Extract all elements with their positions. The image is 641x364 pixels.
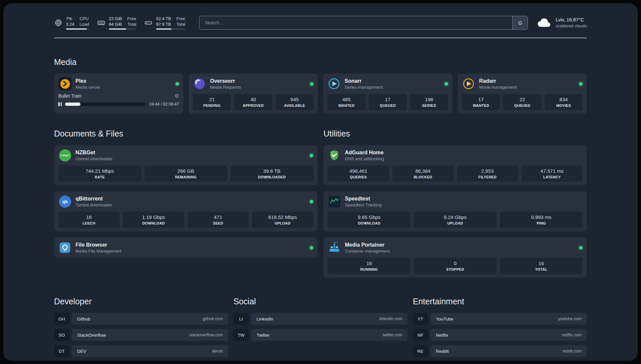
bookmark-netflix[interactable]: NF Netflix netflix.com bbox=[413, 329, 587, 341]
service-name: Overseerr bbox=[210, 78, 241, 84]
bookmark-abbr: NF bbox=[413, 329, 428, 341]
stat-box: 47.571 ms LATENCY bbox=[521, 166, 583, 182]
stat-value: 16 bbox=[501, 260, 582, 266]
nzbget-card: nzbget NZBGet Usenet downloader 744.21 M… bbox=[54, 145, 318, 185]
stat-label: RATE bbox=[59, 175, 140, 180]
bookmark-youtube[interactable]: YT YouTube youtube.com bbox=[413, 313, 587, 325]
ram-icon bbox=[97, 18, 106, 27]
stat-label: DOWNLOADED bbox=[231, 175, 312, 180]
overseerr-icon bbox=[193, 77, 206, 90]
stat-label: PING bbox=[501, 221, 582, 226]
stat-label: WANTED bbox=[328, 103, 364, 108]
cpu-percent: 7% bbox=[66, 16, 74, 21]
stat-label: RUNNING bbox=[329, 267, 410, 272]
section-utilities: Utilities AdGuard Home bbox=[323, 129, 587, 278]
playback-progress-bar[interactable] bbox=[65, 103, 146, 106]
stat-label: STOPPED bbox=[415, 267, 496, 272]
stat-label: APPROVED bbox=[235, 103, 271, 108]
cpu-widget: 7% 3.24 CPU Load bbox=[54, 16, 89, 30]
stat-box: 1.19 Gbps DOWNLOAD bbox=[123, 212, 184, 228]
stat-box: 945 AVAILABLE bbox=[276, 94, 314, 110]
section-media: Media Plex Media server bbox=[54, 57, 587, 114]
stat-box: 744.21 Mbps RATE bbox=[58, 166, 141, 182]
service-name: Speedtest bbox=[345, 196, 382, 202]
playback-time: 24:44 / 02:06:47 bbox=[149, 102, 179, 106]
search-bar: G bbox=[199, 16, 528, 30]
stat-value: 9.65 Gbps bbox=[329, 214, 410, 220]
stat-box: 40 APPROVED bbox=[234, 94, 272, 110]
service-desc: Torrent downloader bbox=[76, 202, 112, 208]
memory-meter bbox=[109, 28, 136, 30]
bookmark-name: Netflix bbox=[436, 333, 448, 338]
stat-box: 266 GB REMAINING bbox=[144, 166, 227, 182]
weather-location: Lviv, 16.87°C bbox=[556, 17, 587, 23]
stat-value: 266 GB bbox=[145, 168, 226, 174]
bookmark-name: StackOverflow bbox=[77, 333, 106, 338]
nzbget-link[interactable]: nzbget NZBGet Usenet downloader bbox=[58, 149, 313, 162]
stat-box: 86,384 BLOCKED bbox=[392, 166, 454, 182]
cpu-meter-fill bbox=[66, 28, 87, 30]
stat-value: 16 bbox=[59, 214, 119, 220]
cloud-icon bbox=[536, 16, 552, 29]
stat-value: 39.6 TB bbox=[231, 168, 312, 174]
plex-link[interactable]: Plex Media server bbox=[58, 77, 179, 90]
bookmark-group-developer: Developer GH Github github.com SO StackO… bbox=[54, 297, 228, 361]
service-name: NZBGet bbox=[76, 149, 112, 156]
bookmark-stackoverflow[interactable]: SO StackOverflow stackoverflow.com bbox=[54, 329, 228, 341]
stat-box: 834 MOVIES bbox=[545, 94, 583, 110]
stat-value: 9.24 Gbps bbox=[415, 214, 496, 220]
stat-label: UPLOAD bbox=[253, 221, 312, 226]
top-bar: 7% 3.24 CPU Load bbox=[54, 3, 587, 30]
adguard-card: AdGuard Home DNS and adblocking 498,461 … bbox=[323, 145, 587, 185]
bookmark-github[interactable]: GH Github github.com bbox=[54, 313, 228, 325]
stat-value: 21 bbox=[194, 96, 230, 103]
bookmark-domain: stackoverflow.com bbox=[189, 333, 223, 337]
cpu-label2: Load bbox=[79, 21, 89, 27]
qbittorrent-link[interactable]: qb qBittorrent Torrent downloader bbox=[58, 195, 313, 208]
stat-value: 0 bbox=[415, 260, 496, 266]
radarr-link[interactable]: Radarr Movie management bbox=[462, 77, 583, 90]
stat-value: 22 bbox=[504, 96, 540, 103]
stat-label: FILTERED bbox=[458, 175, 517, 180]
service-name: qBittorrent bbox=[76, 196, 112, 202]
stat-box: 16 LEECH bbox=[58, 212, 120, 228]
stat-label: QUEUED bbox=[504, 103, 540, 108]
service-name: Sonarr bbox=[345, 78, 383, 84]
service-name: Plex bbox=[76, 78, 100, 84]
stat-box: 0.993 ms PING bbox=[500, 212, 583, 228]
overseerr-link[interactable]: Overseerr Media Requests bbox=[193, 77, 314, 90]
speedtest-card: Speedtest Speedtest Tracking 9.65 Gbps D… bbox=[323, 191, 587, 231]
search-provider-button[interactable]: G bbox=[512, 16, 528, 29]
filebrowser-link[interactable]: File Browser Media File Management bbox=[58, 241, 313, 254]
bookmark-dev[interactable]: DT DEV dev.to bbox=[54, 345, 228, 357]
portainer-whale-icon bbox=[328, 241, 341, 254]
qbittorrent-icon: qb bbox=[58, 195, 72, 208]
status-dot bbox=[310, 200, 313, 203]
stat-label: PENDING bbox=[194, 103, 230, 108]
portainer-link[interactable]: Media Portainer Container management bbox=[328, 241, 583, 254]
adguard-link[interactable]: AdGuard Home DNS and adblocking bbox=[328, 149, 583, 162]
section-title-entertainment: Entertainment bbox=[413, 297, 587, 306]
stat-box: 9.65 Gbps DOWNLOAD bbox=[328, 212, 411, 228]
plex-card: Plex Media server Bullet Train ⚙ 24:44 /… bbox=[54, 74, 183, 114]
speedtest-link[interactable]: Speedtest Speedtest Tracking bbox=[328, 195, 583, 208]
search-input[interactable] bbox=[199, 16, 528, 30]
bookmark-twitter[interactable]: TW Twitter twitter.com bbox=[233, 329, 408, 341]
stat-box: 16 RUNNING bbox=[328, 258, 411, 274]
stat-value: 17 bbox=[463, 96, 499, 103]
sonarr-link[interactable]: Sonarr Series management bbox=[327, 77, 448, 90]
pause-button[interactable] bbox=[58, 102, 62, 106]
stat-label: SEED bbox=[189, 221, 248, 226]
section-title-social: Social bbox=[233, 297, 408, 306]
bookmark-abbr: GH bbox=[54, 313, 69, 325]
gear-icon[interactable]: ⚙ bbox=[174, 93, 179, 99]
bookmark-reddit[interactable]: RE Reddit reddit.com bbox=[413, 345, 587, 357]
bookmark-group-social: Social LI LinkedIn linkedin.com TW Twitt… bbox=[233, 297, 408, 361]
bookmark-linkedin[interactable]: LI LinkedIn linkedin.com bbox=[233, 313, 408, 325]
section-documents: Documents & Files nzbget NZBGet Usenet d… bbox=[54, 129, 318, 258]
status-dot bbox=[579, 82, 583, 86]
stat-label: UPLOAD bbox=[415, 221, 496, 226]
stat-value: 86,384 bbox=[393, 168, 453, 174]
disk-label2: Total bbox=[176, 21, 185, 27]
bookmark-abbr: TW bbox=[233, 329, 249, 341]
